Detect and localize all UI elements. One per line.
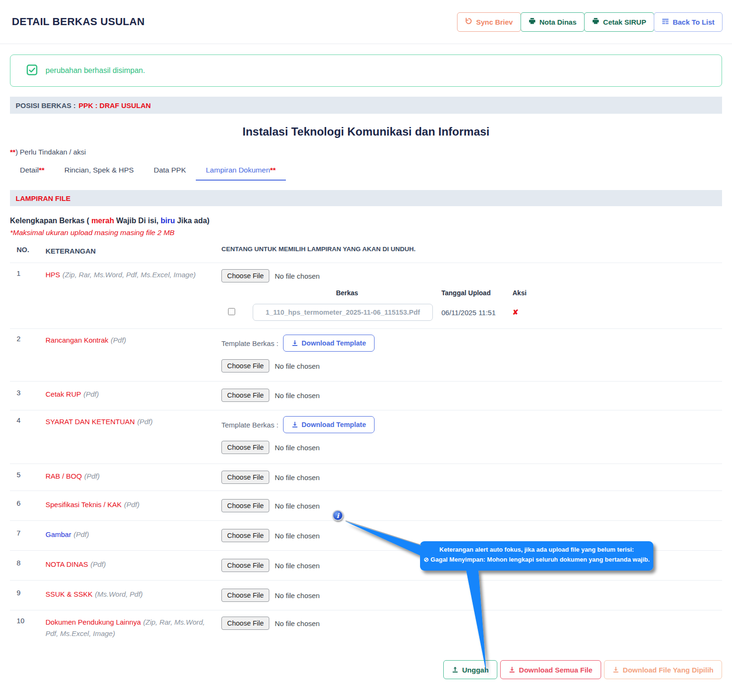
file-input[interactable]: Choose File No file chosen [221,359,722,373]
file-select-checkbox[interactable] [228,308,235,315]
file-input[interactable]: Choose File No file chosen [221,471,722,484]
uploaded-file-button[interactable]: 1_110_hps_termometer_2025-11-06_115153.P… [253,304,433,321]
action-note-stars: ** [10,148,16,156]
file-input[interactable]: Choose File No file chosen [221,441,722,454]
row-number: 5 [10,471,46,484]
download-file-dipilih-button[interactable]: Download File Yang Dipilih [604,660,722,679]
tab-detail[interactable]: Detail** [10,162,55,181]
row-label: RAB / BOQ [46,472,82,480]
table-row: 3 Cetak RUP(Pdf) Choose File No file cho… [10,381,722,410]
tab-rincian-spek-hps[interactable]: Rincian, Spek & HPS [55,162,144,181]
upload-icon [452,666,458,673]
row-label: NOTA DINAS [46,560,88,568]
page-title: DETAIL BERKAS USULAN [12,16,145,28]
choose-file-button[interactable]: Choose File [221,359,269,373]
choose-file-button[interactable]: Choose File [221,559,269,572]
tab-data-ppk[interactable]: Data PPK [144,162,196,181]
row-number: 10 [10,617,46,639]
table-row: 1 HPS(Zip, Rar, Ms.Word, Pdf, Ms.Excel, … [10,263,722,328]
uploaded-files-block: Berkas Tanggal Upload Aksi 1_110_hps_ter… [221,289,722,321]
file-input[interactable]: Choose File No file chosen [221,589,722,602]
tab-bar: Detail** Rincian, Spek & HPS Data PPK La… [10,162,732,181]
table-header-row: NO. KETERANGAN CENTANG UNTUK MEMILIH LAM… [10,237,722,263]
file-input[interactable]: Choose File No file chosen [221,269,722,282]
lampiran-file-section-header: LAMPIRAN FILE [10,190,722,206]
delete-file-icon[interactable]: ✘ [512,308,527,317]
cetak-sirup-label: Cetak SIRUP [603,18,646,26]
file-input[interactable]: Choose File No file chosen [221,389,722,402]
download-template-button[interactable]: Download Template [283,335,375,352]
tooltip-line2: ⊘ Gagal Menyimpan: Mohon lengkapi seluru… [420,555,653,565]
choose-file-button[interactable]: Choose File [221,471,269,484]
row-label: SYARAT DAN KETENTUAN [46,418,135,426]
alert-message: perubahan berhasil disimpan. [46,66,145,75]
row-number: 9 [10,589,46,602]
tab-lampiran-stars: ** [270,166,276,174]
header-keterangan: KETERANGAN [46,245,221,257]
download-icon [613,666,619,673]
download-icon [509,666,515,673]
row-label: Cetak RUP [46,390,81,398]
row-number: 8 [10,559,46,572]
legend-merah: merah [92,217,114,225]
header-centang: CENTANG UNTUK MEMILIH LAMPIRAN YANG AKAN… [221,245,722,257]
choose-file-button[interactable]: Choose File [221,529,269,542]
tab-rincian-label: Rincian, Spek & HPS [64,166,134,174]
sync-briev-button[interactable]: Sync Briev [457,12,521,32]
template-berkas-label: Template Berkas : [221,339,278,347]
posisi-value: PPK : DRAF USULAN [79,101,151,109]
checkbox-check-icon [27,64,37,77]
choose-file-button[interactable]: Choose File [221,269,269,282]
file-input[interactable]: Choose File No file chosen [221,499,722,512]
table-row: 2 Rancangan Kontrak(Pdf) Template Berkas… [10,328,722,381]
file-input[interactable]: Choose File No file chosen [221,529,722,542]
nota-dinas-button[interactable]: Nota Dinas [521,12,585,32]
file-input[interactable]: Choose File No file chosen [221,617,722,630]
footer-actions: Unggah Download Semua File Download File… [0,660,722,679]
tab-lampiran-dokumen[interactable]: Lampiran Dokumen** [196,162,285,181]
tooltip: Keterangan alert auto fokus, jika ada up… [420,545,653,565]
table-row: 9 SSUK & SSKK(Ms.Word, Pdf) Choose File … [10,580,722,610]
row-number: 4 [10,416,46,454]
posisi-berkas-bar: POSISI BERKAS : PPK : DRAF USULAN [10,97,722,114]
uploaded-file-row: 1_110_hps_termometer_2025-11-06_115153.P… [221,304,722,321]
tab-detail-label: Detail [20,166,39,174]
posisi-label: POSISI BERKAS : [16,101,76,109]
row-number: 6 [10,499,46,512]
row-label: HPS [46,271,60,279]
row-label: SSUK & SSKK [46,590,92,598]
row-number: 7 [10,529,46,542]
table-row: 5 RAB / BOQ(Pdf) Choose File No file cho… [10,464,722,491]
download-template-button[interactable]: Download Template [283,416,375,433]
download-icon [292,421,298,428]
aksi-header: Aksi [512,289,541,297]
row-number: 1 [10,269,46,321]
choose-file-button[interactable]: Choose File [221,441,269,454]
cetak-sirup-button[interactable]: Cetak SIRUP [584,12,654,32]
row-formats: (Zip, Rar, Ms.Word, Pdf, Ms.Excel, Image… [63,271,196,279]
choose-file-button[interactable]: Choose File [221,389,269,402]
table-row: 4 SYARAT DAN KETENTUAN(Pdf) Template Ber… [10,410,722,464]
legend-biru: biru [161,217,175,225]
history-icon [465,18,472,26]
berkas-header: Berkas [253,289,441,297]
download-semua-file-button[interactable]: Download Semua File [500,660,601,679]
header-actions: Sync Briev Nota Dinas Cetak SIRUP Back T… [457,12,723,32]
row-number: 2 [10,335,46,373]
printer-icon [592,18,599,26]
action-note: **) Perlu Tindakan / aksi [10,148,732,156]
row-label: Dokumen Pendukung Lainnya [46,618,141,626]
tab-lampiran-label: Lampiran Dokumen [206,166,270,174]
no-file-chosen-text: No file chosen [274,272,320,280]
tanggal-upload-header: Tanggal Upload [441,289,512,297]
choose-file-button[interactable]: Choose File [221,499,269,512]
back-to-list-label: Back To List [673,18,714,26]
choose-file-button[interactable]: Choose File [221,617,269,630]
choose-file-button[interactable]: Choose File [221,589,269,602]
kelengkapan-legend: Kelengkapan Berkas ( merah Wajib Di isi,… [10,217,732,225]
max-upload-note: *Maksimal ukuran upload masing masing fi… [10,228,732,237]
info-icon[interactable]: i [332,510,343,521]
back-to-list-button[interactable]: Back To List [654,12,723,32]
sync-briev-label: Sync Briev [476,18,513,26]
unggah-button[interactable]: Unggah [443,660,497,679]
